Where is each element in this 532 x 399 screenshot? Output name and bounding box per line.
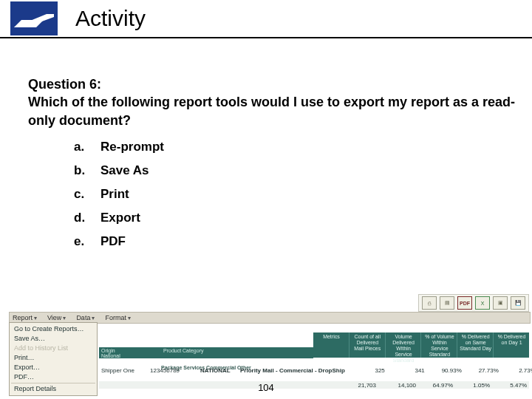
dd-add-history: Add to History List	[10, 344, 97, 353]
menu-format[interactable]: Format▾	[105, 314, 131, 321]
options-list: a. Re-prompt b. Save As c. Print d. Expo…	[74, 140, 519, 249]
metrics-col: Count of all Delivered Mail Pieces	[349, 332, 385, 358]
logo-underline	[10, 33, 56, 35]
embedded-screenshot: ⎙ ▤ PDF X ▣ 💾 Report▾ View▾ Data▾ Format…	[9, 294, 531, 381]
metrics-col: % Delivered on Same Standard Day	[457, 332, 493, 358]
option-text: PDF	[100, 234, 126, 249]
slide-header: Activity	[0, 0, 532, 38]
option-letter: a.	[74, 140, 100, 154]
question-text: Which of the following report tools woul…	[28, 95, 515, 127]
report-table: Metrics Count of all Delivered Mail Piec…	[99, 322, 529, 381]
prodcat-header: Product Category	[161, 347, 313, 358]
option-c: c. Print	[74, 187, 519, 202]
option-a: a. Re-prompt	[74, 140, 519, 154]
chevron-down-icon: ▾	[92, 315, 95, 321]
option-text: Save As	[100, 163, 149, 178]
option-e: e. PDF	[74, 234, 519, 249]
page-number: 104	[0, 382, 532, 393]
dd-export[interactable]: Export…	[10, 363, 97, 372]
dd-create-reports[interactable]: Go to Create Reports…	[10, 324, 97, 334]
print-icon[interactable]: ⎙	[422, 296, 437, 310]
svg-rect-0	[11, 2, 57, 35]
usps-logo	[10, 1, 58, 35]
question-block: Question 6: Which of the following repor…	[28, 75, 519, 129]
metrics-col: % of Volume Within Service Standard	[420, 332, 457, 358]
dd-save-as[interactable]: Save As…	[10, 334, 97, 344]
option-d: d. Export	[74, 211, 519, 225]
menu-data[interactable]: Data▾	[76, 314, 95, 321]
fullscreen-icon[interactable]: ▣	[493, 296, 508, 310]
icon-toolbar: ⎙ ▤ PDF X ▣ 💾	[418, 294, 529, 312]
option-letter: d.	[74, 211, 100, 225]
chevron-down-icon: ▾	[63, 315, 66, 321]
table-metrics-header: Metrics Count of all Delivered Mail Piec…	[313, 332, 529, 358]
dd-pdf[interactable]: PDF…	[10, 372, 97, 382]
metrics-col: Volume Delivered Within Service Standard	[385, 332, 421, 358]
option-text: Print	[100, 187, 129, 202]
metrics-col: Metrics	[313, 332, 349, 358]
page-title: Activity	[75, 6, 146, 31]
save-icon[interactable]: 💾	[511, 296, 525, 310]
excel-icon[interactable]: X	[475, 296, 490, 310]
question-label: Question 6:	[28, 77, 101, 92]
option-letter: c.	[74, 187, 100, 202]
table-row: Shipper One 123456789 NATIONAL Priority …	[99, 366, 529, 374]
metrics-col: % Delivered on Day 1	[493, 332, 529, 358]
option-text: Export	[100, 211, 140, 225]
option-letter: e.	[74, 234, 100, 249]
option-b: b. Save As	[74, 163, 519, 178]
origin-header: Origin National	[99, 347, 163, 358]
chevron-down-icon: ▾	[34, 315, 37, 321]
chevron-down-icon: ▾	[128, 315, 131, 321]
pdf-icon[interactable]: PDF	[457, 296, 472, 310]
option-letter: b.	[74, 163, 100, 178]
option-text: Re-prompt	[100, 140, 164, 154]
menu-report[interactable]: Report▾	[13, 314, 37, 321]
dd-print[interactable]: Print…	[10, 353, 97, 363]
menu-view[interactable]: View▾	[47, 314, 66, 321]
pagesetup-icon[interactable]: ▤	[440, 296, 454, 310]
